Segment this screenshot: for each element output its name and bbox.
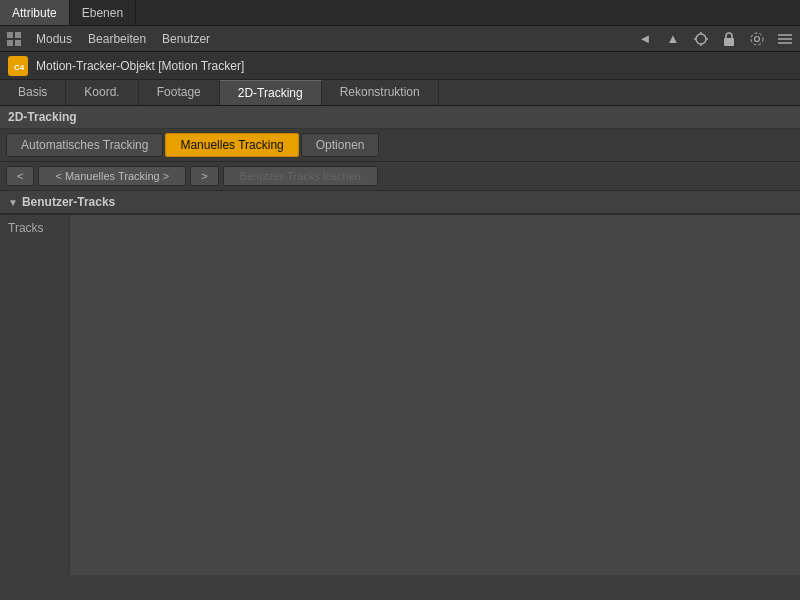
settings-icon[interactable]: [746, 28, 768, 50]
sub-tabs-row: Automatisches Tracking Manuelles Trackin…: [0, 129, 800, 162]
svg-point-11: [751, 33, 763, 45]
tab-basis[interactable]: Basis: [0, 80, 66, 105]
section-header-2d-tracking: 2D-Tracking: [0, 106, 800, 129]
hamburger-icon[interactable]: [774, 28, 796, 50]
menu-bearbeiten[interactable]: Bearbeiten: [80, 30, 154, 48]
sub-tab-manuelles[interactable]: Manuelles Tracking: [165, 133, 298, 157]
svg-point-4: [696, 34, 706, 44]
prev-frame-button[interactable]: <: [6, 166, 34, 186]
benutzer-tracks-header[interactable]: ▼ Benutzer-Tracks: [0, 191, 800, 214]
svg-rect-2: [7, 40, 13, 46]
object-header: C4 Motion-Tracker-Objekt [Motion Tracker…: [0, 52, 800, 80]
sub-tab-optionen[interactable]: Optionen: [301, 133, 380, 157]
main-tabs: Basis Koord. Footage 2D-Tracking Rekonst…: [0, 80, 800, 106]
svg-rect-0: [7, 32, 13, 38]
svg-rect-9: [724, 38, 734, 46]
tab-footage[interactable]: Footage: [139, 80, 220, 105]
delete-tracks-button[interactable]: Benutzer-Tracks löschen: [223, 166, 378, 186]
tab-2d-tracking[interactable]: 2D-Tracking: [220, 80, 322, 105]
svg-text:C4: C4: [14, 63, 25, 72]
sub-tab-automatisches[interactable]: Automatisches Tracking: [6, 133, 163, 157]
arrow-left-icon[interactable]: ◄: [634, 28, 656, 50]
tracks-label: Tracks: [0, 215, 70, 575]
tracks-area: Tracks: [0, 215, 800, 575]
tab-rekonstruktion[interactable]: Rekonstruktion: [322, 80, 439, 105]
benutzer-tracks-title: Benutzer-Tracks: [22, 195, 115, 209]
collapse-arrow-icon: ▼: [8, 197, 18, 208]
svg-rect-3: [15, 40, 21, 46]
app-icon: [4, 29, 24, 49]
arrow-up-icon[interactable]: ▲: [662, 28, 684, 50]
app-logo: C4: [8, 56, 28, 76]
tracks-content: [70, 215, 800, 575]
menu-bar: Modus Bearbeiten Benutzer ◄ ▲: [0, 26, 800, 52]
svg-point-10: [755, 36, 760, 41]
manuelles-tracking-button[interactable]: < Manuelles Tracking >: [38, 166, 186, 186]
tab-koord[interactable]: Koord.: [66, 80, 138, 105]
toolbar-right: ◄ ▲: [634, 28, 796, 50]
top-tab-attribute[interactable]: Attribute: [0, 0, 70, 25]
object-title: Motion-Tracker-Objekt [Motion Tracker]: [36, 59, 244, 73]
svg-rect-1: [15, 32, 21, 38]
action-row: < < Manuelles Tracking > > Benutzer-Trac…: [0, 162, 800, 191]
crosshair-icon[interactable]: [690, 28, 712, 50]
next-frame-button[interactable]: >: [190, 166, 218, 186]
top-tab-ebenen[interactable]: Ebenen: [70, 0, 136, 25]
top-tab-bar: Attribute Ebenen: [0, 0, 800, 26]
menu-modus[interactable]: Modus: [28, 30, 80, 48]
lock-icon[interactable]: [718, 28, 740, 50]
benutzer-tracks-section: ▼ Benutzer-Tracks: [0, 191, 800, 215]
menu-benutzer[interactable]: Benutzer: [154, 30, 218, 48]
